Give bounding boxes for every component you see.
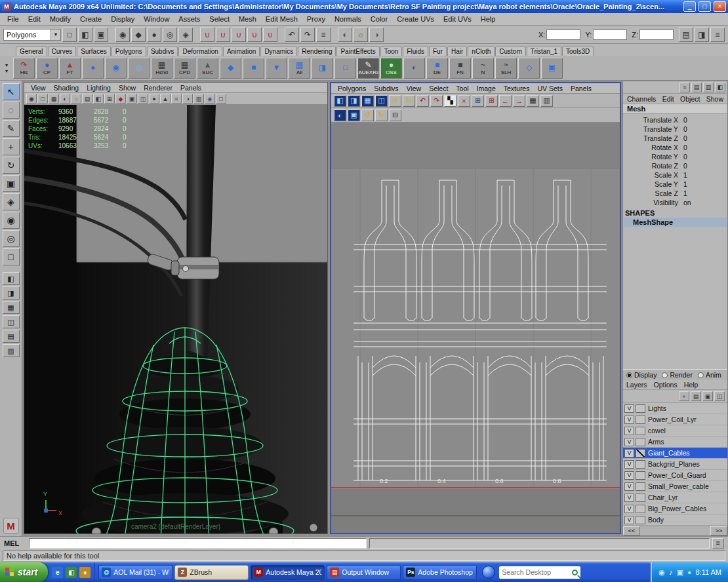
layer-row[interactable]: V Giant_Cables xyxy=(623,448,727,459)
uv-toolbar-icon[interactable]: ▦ xyxy=(361,95,374,107)
shelf-item[interactable]: ▦ All xyxy=(289,58,310,79)
shelf-item[interactable]: ▲ SUC xyxy=(197,58,218,79)
layer-editor-mode-radio[interactable]: Display xyxy=(626,371,657,379)
viewport-toolbar-icon[interactable]: ⊞ xyxy=(104,94,115,104)
shelf-tab[interactable]: Subdivs xyxy=(147,47,178,56)
viewport-menu-item[interactable]: Show xyxy=(115,84,140,92)
viewport-toolbar-icon[interactable]: ◫ xyxy=(138,94,148,104)
menu-item[interactable]: File xyxy=(3,14,24,24)
uv-toolbar-icon[interactable]: ↶ xyxy=(416,95,429,107)
uv-editor-menu-item[interactable]: Tool xyxy=(452,85,472,92)
channel-attribute-value[interactable]: 0 xyxy=(683,152,727,161)
layout-preset-icon[interactable]: ▦ xyxy=(3,301,20,314)
shelf-tab[interactable]: Surfaces xyxy=(77,47,110,56)
taskbar-task[interactable]: ▤ Output Window xyxy=(327,565,401,580)
uv-editor-menu-item[interactable]: Textures xyxy=(500,85,534,92)
layer-visibility-toggle[interactable]: V xyxy=(624,482,634,491)
layer-row[interactable]: V Lights xyxy=(623,403,727,414)
layer-visibility-toggle[interactable]: V xyxy=(624,494,634,502)
shelf-tab[interactable]: Rendering xyxy=(298,47,336,56)
uv-toolbar-icon[interactable]: ↻ xyxy=(375,109,388,121)
universal-manipulator-icon[interactable]: ◈ xyxy=(3,193,20,210)
rotate-tool-icon[interactable]: ↻ xyxy=(3,157,20,174)
layer-visibility-toggle[interactable]: V xyxy=(624,416,634,424)
shelf-item[interactable]: ▣ xyxy=(541,58,563,79)
viewport-menu-item[interactable]: Panels xyxy=(176,84,205,92)
channel-attribute-value[interactable]: 1 xyxy=(683,189,727,198)
channel-attribute-value[interactable]: on xyxy=(683,198,727,207)
layer-editor-menu-item[interactable]: Help xyxy=(684,381,698,389)
layer-color-swatch[interactable] xyxy=(636,505,645,513)
scroll-left-button[interactable]: << xyxy=(623,526,640,535)
shelf-item[interactable]: ◇ xyxy=(518,58,540,79)
titlebar[interactable]: M Autodesk Maya 2009 x64 Unlimited: C:\D… xyxy=(0,0,728,13)
toolbar-icon[interactable]: ◉ xyxy=(115,28,130,42)
toolbar-icon[interactable]: ▣ xyxy=(94,28,108,42)
menu-item[interactable]: Color xyxy=(366,14,392,24)
layer-visibility-toggle[interactable]: V xyxy=(624,449,634,457)
uv-toolbar-icon[interactable]: ◐ xyxy=(334,109,346,121)
menuset-dropdown[interactable]: Polygons ▼ xyxy=(3,29,61,41)
uv-toolbar-icon[interactable]: ⊟ xyxy=(389,109,401,121)
shelf-tab[interactable]: Fur xyxy=(429,47,447,56)
layout-preset-icon[interactable]: ◫ xyxy=(3,315,20,328)
channelbox-header-icon[interactable]: ◧ xyxy=(715,83,725,92)
shelf-tab[interactable]: Deformation xyxy=(178,47,222,56)
toolbar-icon[interactable]: ≡ xyxy=(710,28,725,42)
menu-item[interactable]: Normals xyxy=(330,14,366,24)
uv-editor-menu-item[interactable]: View xyxy=(403,85,426,92)
channel-attribute-row[interactable]: Visibility on xyxy=(623,198,727,207)
toolbar-icon[interactable]: □ xyxy=(62,28,77,42)
layer-color-swatch[interactable] xyxy=(636,416,645,424)
layer-row[interactable]: V Arms xyxy=(623,436,727,448)
shelf-tab[interactable]: Animation xyxy=(223,47,260,56)
shelf-item[interactable]: ✎ HAUEXRay xyxy=(357,58,379,79)
maximize-button[interactable]: □ xyxy=(698,1,711,12)
shelf-item[interactable]: ▦ CPD xyxy=(174,58,195,79)
uv-editor-menu-item[interactable]: Subdivs xyxy=(370,85,402,92)
uv-toolbar-icon[interactable]: ▦ xyxy=(527,95,539,107)
menu-item[interactable]: Assets xyxy=(174,14,205,24)
toolbar-icon[interactable]: ↶ xyxy=(285,28,299,42)
tray-icon[interactable]: ▣ xyxy=(676,568,683,577)
layer-color-swatch[interactable] xyxy=(636,516,645,524)
viewport-toolbar-icon[interactable]: ▲ xyxy=(160,94,171,104)
shelf-item[interactable]: ● OSS xyxy=(380,58,402,79)
layer-row[interactable]: V Body xyxy=(623,514,727,526)
uv-toolbar-icon[interactable]: → xyxy=(513,95,525,107)
layer-row[interactable]: V Backgrid_Planes xyxy=(623,459,727,470)
uv-toolbar-icon[interactable]: ⊞ xyxy=(485,95,498,107)
tray-icon[interactable]: ♪ xyxy=(669,568,673,576)
toolbar-icon[interactable]: ◐ xyxy=(338,28,352,42)
viewport-menu-item[interactable]: Shading xyxy=(50,84,83,92)
uv-toolbar-icon[interactable]: ▥ xyxy=(540,95,553,107)
menu-item[interactable]: Window xyxy=(139,14,174,24)
uv-toolbar-icon[interactable]: ↺ xyxy=(389,95,401,107)
lasso-select-tool-icon[interactable]: ◌ xyxy=(3,102,20,119)
toolbar-icon[interactable]: ∪ xyxy=(200,28,214,42)
shelf-item[interactable]: ~ N xyxy=(472,58,494,79)
shelf-item[interactable]: ● CP xyxy=(36,58,58,79)
layer-editor-toolbar-icon[interactable]: ▣ xyxy=(702,391,713,401)
layer-row[interactable]: V Power_Coil_Guard xyxy=(623,470,727,481)
layer-editor-menu-item[interactable]: Options xyxy=(654,381,677,389)
menu-item[interactable]: Proxy xyxy=(302,14,330,24)
layer-editor-menu-item[interactable]: Layers xyxy=(626,381,647,389)
layer-row[interactable]: V Power_Coil_Lyr xyxy=(623,414,727,425)
shelf-item[interactable]: ■ xyxy=(243,58,264,79)
channel-attribute-row[interactable]: Scale Y 1 xyxy=(623,180,727,189)
tray-icon[interactable]: ◉ xyxy=(658,568,665,577)
toolbar-icon[interactable]: ● xyxy=(147,28,161,42)
shelf-item[interactable]: ■ DE xyxy=(426,58,448,79)
layer-editor-toolbar-icon[interactable]: ▤ xyxy=(691,391,701,401)
shelf-tab[interactable]: Tristan_1 xyxy=(527,47,561,56)
uv-editor-canvas[interactable]: 0.20.40.60.8 xyxy=(331,123,620,533)
search-desktop-input[interactable] xyxy=(502,568,572,576)
layer-visibility-toggle[interactable]: V xyxy=(624,404,634,413)
shelf-tab[interactable]: Dynamics xyxy=(260,47,297,56)
layer-color-swatch[interactable] xyxy=(636,404,645,413)
layer-color-swatch[interactable] xyxy=(636,482,645,491)
channel-attribute-row[interactable]: Rotate Z 0 xyxy=(623,161,727,170)
quick-launch-icon[interactable]: e xyxy=(52,567,63,578)
toolbar-icon[interactable]: ∪ xyxy=(247,28,262,42)
